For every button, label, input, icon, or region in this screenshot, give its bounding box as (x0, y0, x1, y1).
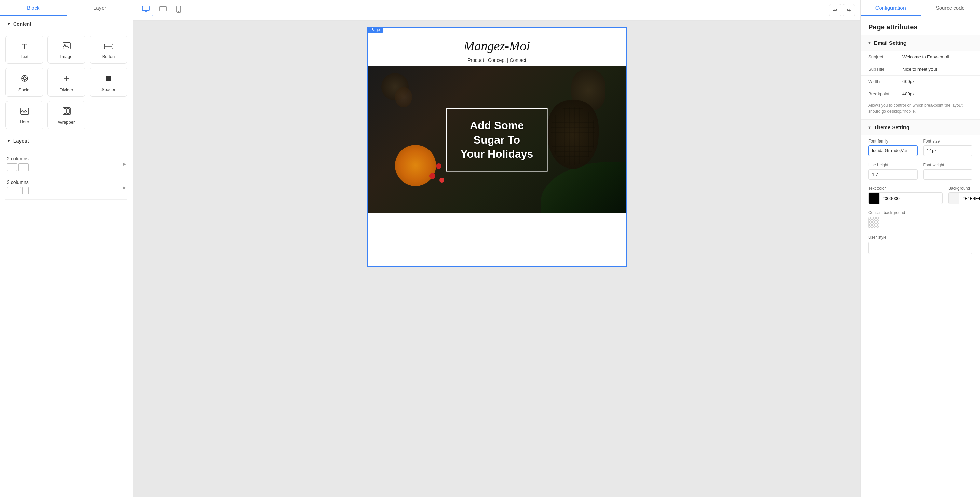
layout-3col-arrow: ▶ (123, 185, 126, 190)
width-value[interactable]: 600px (902, 79, 972, 84)
background-swatch[interactable] (948, 193, 959, 204)
width-row: Width 600px (861, 76, 980, 88)
tab-source-code[interactable]: Source code (921, 0, 980, 16)
font-size-input[interactable] (923, 145, 973, 156)
center-panel: ↩ ↪ Page Mangez-Moi Product | Concept | … (133, 0, 861, 497)
font-weight-label: Font weight (923, 163, 973, 167)
email-logo[interactable]: Mangez-Moi (374, 38, 619, 53)
left-tab-bar: Block Layer (0, 0, 133, 16)
subject-value[interactable]: Welcome to Easy-email (902, 54, 972, 59)
content-section-label: Content (13, 21, 32, 27)
redo-button[interactable]: ↪ (843, 4, 855, 16)
device-monitor-btn[interactable] (156, 4, 170, 16)
page-wrapper: Page Mangez-Moi Product | Concept | Cont… (367, 27, 627, 490)
background-hex-input[interactable] (959, 194, 980, 203)
block-hero[interactable]: Hero (5, 101, 43, 129)
page-badge[interactable]: Page (367, 27, 383, 33)
device-tablet-btn[interactable] (173, 4, 185, 16)
right-panel: Configuration Source code Page attribute… (861, 0, 980, 497)
width-label: Width (868, 79, 902, 84)
text-color-swatch[interactable] (869, 193, 880, 204)
svg-rect-10 (23, 112, 26, 113)
font-size-label: Font size (923, 139, 973, 143)
font-family-input[interactable] (868, 145, 918, 156)
email-hero[interactable]: Add Some Sugar To Your Holidays (368, 66, 626, 213)
svg-point-5 (23, 77, 26, 80)
page-canvas[interactable]: Mangez-Moi Product | Concept | Contact (367, 27, 627, 267)
block-text[interactable]: T Text (5, 35, 43, 64)
font-weight-field: Font weight (923, 163, 973, 180)
user-style-section: User style (861, 231, 980, 257)
col-2 (19, 163, 29, 171)
email-setting-header[interactable]: ▼ Email Setting (861, 35, 980, 51)
theme-setting-header[interactable]: ▼ Theme Setting (861, 119, 980, 135)
breakpoint-hint: Allows you to control on which breakpoin… (861, 100, 980, 119)
block-button-label: Button (102, 54, 115, 59)
hero-text-overlay: Add Some Sugar To Your Holidays (446, 108, 548, 172)
breakpoint-label: Breakpoint (868, 91, 902, 96)
block-spacer-label: Spacer (102, 87, 116, 92)
svg-rect-17 (159, 6, 166, 11)
page-attributes: Page attributes ▼ Email Setting Subject … (861, 16, 980, 257)
toolbar: ↩ ↪ (133, 0, 861, 21)
content-section-header[interactable]: ▼ Content (0, 16, 133, 32)
tab-layer[interactable]: Layer (67, 0, 133, 16)
font-family-field: Font family (868, 139, 918, 156)
svg-rect-14 (143, 6, 150, 11)
hero-heading: Add Some Sugar To Your Holidays (461, 119, 533, 161)
font-family-size-row: Font family Font size (861, 135, 980, 159)
breakpoint-value[interactable]: 480px (902, 91, 972, 96)
layout-section-header[interactable]: ▼ Layout (0, 133, 133, 148)
text-color-field: Text color (868, 186, 943, 204)
block-divider-label: Divider (59, 87, 73, 92)
block-text-label: Text (21, 54, 29, 59)
tab-configuration[interactable]: Configuration (861, 0, 921, 16)
line-height-input[interactable] (868, 169, 918, 180)
background-field: Background (948, 186, 980, 204)
font-family-label: Font family (868, 139, 918, 143)
content-chevron-icon: ▼ (7, 22, 11, 26)
block-wrapper[interactable]: Wrapper (48, 101, 86, 129)
text-color-input-group (868, 193, 943, 204)
svg-rect-8 (106, 76, 111, 81)
text-color-hex-input[interactable] (880, 194, 942, 203)
block-spacer[interactable]: Spacer (89, 68, 127, 97)
subtitle-label: SubTitle (868, 67, 902, 72)
block-wrapper-label: Wrapper (58, 119, 75, 125)
block-social[interactable]: Social (5, 68, 43, 97)
line-height-label: Line height (868, 163, 918, 167)
undo-button[interactable]: ↩ (829, 4, 841, 16)
email-nav[interactable]: Product | Concept | Contact (374, 57, 619, 63)
hero-icon (20, 108, 29, 116)
toolbar-history: ↩ ↪ (829, 4, 855, 16)
font-weight-input[interactable] (923, 169, 973, 180)
block-button[interactable]: Button (89, 35, 127, 64)
block-divider[interactable]: Divider (48, 68, 86, 97)
button-icon (104, 42, 113, 51)
block-image-label: Image (60, 54, 72, 59)
theme-chevron: ▼ (867, 126, 871, 129)
svg-point-21 (178, 11, 179, 12)
user-style-input[interactable] (868, 242, 972, 254)
spacer-icon (105, 75, 113, 84)
content-bg-swatch[interactable] (868, 217, 879, 228)
block-hero-label: Hero (19, 119, 29, 124)
layout-section: 2 columns ▶ 3 columns ▶ (0, 148, 133, 204)
device-desktop-btn[interactable] (139, 4, 153, 16)
layout-3col[interactable]: 3 columns ▶ (5, 176, 127, 200)
block-image[interactable]: Image (48, 35, 86, 64)
theme-setting-label: Theme Setting (874, 124, 909, 130)
color-row: Text color Background (861, 183, 980, 207)
image-icon (62, 42, 71, 51)
text-color-label: Text color (868, 186, 943, 191)
subtitle-value[interactable]: Nice to meet you! (902, 67, 972, 72)
line-height-field: Line height (868, 163, 918, 180)
layout-2col[interactable]: 2 columns ▶ (5, 153, 127, 176)
font-size-field: Font size (923, 139, 973, 156)
tab-block[interactable]: Block (0, 0, 67, 16)
email-setting-chevron: ▼ (867, 41, 871, 45)
col-1 (7, 187, 13, 194)
text-icon: T (22, 42, 27, 51)
layout-3col-label: 3 columns (7, 180, 29, 185)
canvas-area[interactable]: Page Mangez-Moi Product | Concept | Cont… (133, 21, 861, 497)
